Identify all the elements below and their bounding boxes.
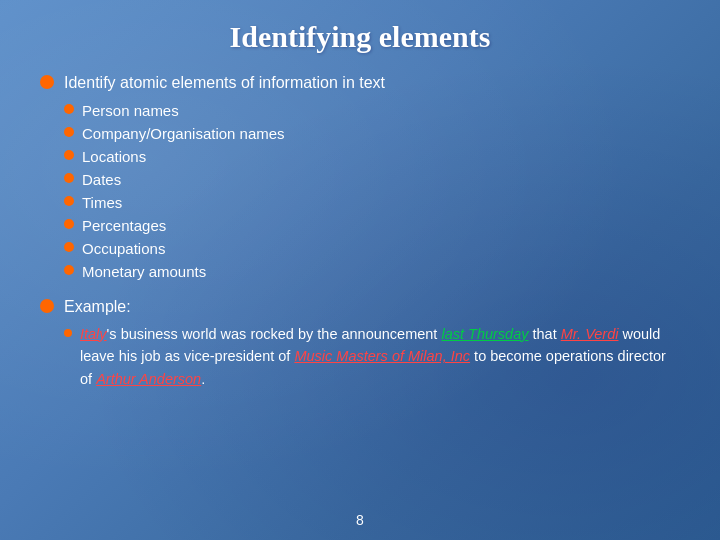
sub-bullet-text: Person names	[82, 100, 179, 121]
bullet-section-2: Example: Italy's business world was rock…	[40, 296, 680, 390]
sub-bullet-text: Times	[82, 192, 122, 213]
sub-bullet-dates: Dates	[64, 169, 680, 190]
sub-bullet-person-names: Person names	[64, 100, 680, 121]
sub-bullet-text: Company/Organisation names	[82, 123, 285, 144]
sub-bullet-company-names: Company/Organisation names	[64, 123, 680, 144]
slide: Identifying elements Identify atomic ele…	[0, 0, 720, 540]
example-sub-dot	[64, 329, 72, 337]
sub-bullet-percentages: Percentages	[64, 215, 680, 236]
sub-dot	[64, 173, 74, 183]
sub-dot	[64, 127, 74, 137]
sub-dot	[64, 265, 74, 275]
sub-bullet-locations: Locations	[64, 146, 680, 167]
sub-dot	[64, 242, 74, 252]
main-bullet-2-text: Example:	[64, 296, 131, 318]
highlight-arthur-anderson: Arthur Anderson	[96, 371, 201, 387]
example-text-2: that	[528, 326, 560, 342]
highlight-music-masters: Music Masters of Milan, Inc	[294, 348, 470, 364]
sub-bullet-text: Locations	[82, 146, 146, 167]
highlight-mr-verdi: Mr. Verdi	[561, 326, 619, 342]
example-text-container: Italy's business world was rocked by the…	[64, 323, 680, 390]
sub-bullet-text: Monetary amounts	[82, 261, 206, 282]
highlight-last-thursday: last Thursday	[441, 326, 528, 342]
sub-bullet-text: Dates	[82, 169, 121, 190]
sub-bullet-monetary: Monetary amounts	[64, 261, 680, 282]
example-sub-section: Italy's business world was rocked by the…	[64, 323, 680, 390]
main-bullet-2: Example:	[40, 296, 680, 318]
bullet-dot-1	[40, 75, 54, 89]
sub-bullet-occupations: Occupations	[64, 238, 680, 259]
example-text-5: .	[201, 371, 205, 387]
highlight-italy: Italy	[80, 326, 107, 342]
sub-dot	[64, 219, 74, 229]
bullet-section-1: Identify atomic elements of information …	[40, 72, 680, 282]
main-bullet-1: Identify atomic elements of information …	[40, 72, 680, 94]
sub-bullet-times: Times	[64, 192, 680, 213]
sub-dot	[64, 104, 74, 114]
sub-bullet-text: Occupations	[82, 238, 165, 259]
page-number: 8	[356, 512, 364, 528]
main-bullet-1-text: Identify atomic elements of information …	[64, 72, 385, 94]
sub-dot	[64, 150, 74, 160]
example-text-1: 's business world was rocked by the anno…	[107, 326, 442, 342]
sub-dot	[64, 196, 74, 206]
slide-content: Identify atomic elements of information …	[40, 72, 680, 390]
bullet-dot-2	[40, 299, 54, 313]
sub-bullet-list: Person names Company/Organisation names …	[64, 100, 680, 282]
sub-bullet-text: Percentages	[82, 215, 166, 236]
example-paragraph: Italy's business world was rocked by the…	[80, 323, 680, 390]
slide-title: Identifying elements	[40, 20, 680, 54]
